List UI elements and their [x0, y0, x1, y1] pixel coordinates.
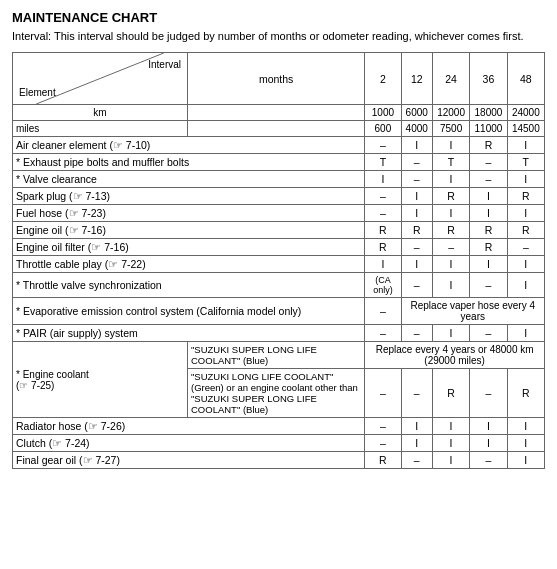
- cell-fuel-2: I: [432, 205, 469, 222]
- row-coolant-label: * Engine coolant(☞ 7-25): [13, 342, 188, 418]
- table-row: * Exhaust pipe bolts and muffler bolts T…: [13, 154, 545, 171]
- cell-air-3: R: [470, 137, 507, 154]
- row-pair: * PAIR (air supply) system: [13, 325, 365, 342]
- row-engine-oil: Engine oil (☞ 7-16): [13, 222, 365, 239]
- col-36-header: 36: [470, 53, 507, 105]
- cell-ofilter-3: R: [470, 239, 507, 256]
- cell-spark-2: R: [432, 188, 469, 205]
- table-row: * Throttle valve synchronization (CA onl…: [13, 273, 545, 298]
- cell-valve-0: I: [365, 171, 401, 188]
- miles-36: 11000: [470, 121, 507, 137]
- table-row: Air cleaner element (☞ 7-10) – I I R I: [13, 137, 545, 154]
- cell-eoil-2: R: [432, 222, 469, 239]
- table-row: Radiator hose (☞ 7-26) – I I I I: [13, 418, 545, 435]
- row-clutch: Clutch (☞ 7-24): [13, 435, 365, 452]
- table-row: Engine oil (☞ 7-16) R R R R R: [13, 222, 545, 239]
- table-row: Engine oil filter (☞ 7-16) R – – R –: [13, 239, 545, 256]
- cell-valve-2: I: [432, 171, 469, 188]
- cell-fg-3: –: [470, 452, 507, 469]
- row-radiator: Radiator hose (☞ 7-26): [13, 418, 365, 435]
- cell-pair-2: I: [432, 325, 469, 342]
- row-oil-filter: Engine oil filter (☞ 7-16): [13, 239, 365, 256]
- row-air-cleaner: Air cleaner element (☞ 7-10): [13, 137, 365, 154]
- cell-pair-4: I: [507, 325, 544, 342]
- cell-ofilter-1: –: [401, 239, 432, 256]
- subtitle: Interval: This interval should be judged…: [12, 29, 545, 44]
- cell-cg-4: R: [507, 369, 544, 418]
- table-row: * PAIR (air supply) system – – I – I: [13, 325, 545, 342]
- cell-rad-2: I: [432, 418, 469, 435]
- row-fuel: Fuel hose (☞ 7-23): [13, 205, 365, 222]
- col-48-header: 48: [507, 53, 544, 105]
- cell-tcable-3: I: [470, 256, 507, 273]
- cell-fuel-1: I: [401, 205, 432, 222]
- cell-clutch-2: I: [432, 435, 469, 452]
- row-evap: * Evaporative emission control system (C…: [13, 298, 365, 325]
- cell-eoil-1: R: [401, 222, 432, 239]
- km-label-cell: km: [13, 105, 188, 121]
- miles-row: miles 600 4000 7500 11000 14500: [13, 121, 545, 137]
- interval-label: Interval: [148, 59, 181, 70]
- table-row: Final gear oil (☞ 7-27) R – I – I: [13, 452, 545, 469]
- cell-evap-0: –: [365, 298, 401, 325]
- cell-ofilter-4: –: [507, 239, 544, 256]
- col-12-header: 12: [401, 53, 432, 105]
- row-throttle-sync: * Throttle valve synchronization: [13, 273, 365, 298]
- cell-tcable-1: I: [401, 256, 432, 273]
- cell-evap-note: Replace vaper hose every 4 years: [401, 298, 544, 325]
- km-row: km 1000 6000 12000 18000 24000: [13, 105, 545, 121]
- cell-clutch-1: I: [401, 435, 432, 452]
- cell-cg-1: –: [401, 369, 432, 418]
- table-row: Throttle cable play (☞ 7-22) I I I I I: [13, 256, 545, 273]
- cell-clutch-0: –: [365, 435, 401, 452]
- cell-tcable-4: I: [507, 256, 544, 273]
- cell-air-1: I: [401, 137, 432, 154]
- cell-rad-4: I: [507, 418, 544, 435]
- cell-fuel-3: I: [470, 205, 507, 222]
- cell-clutch-3: I: [470, 435, 507, 452]
- table-row: * Engine coolant(☞ 7-25) "SUZUKI SUPER L…: [13, 342, 545, 369]
- cell-ex-2: T: [432, 154, 469, 171]
- cell-tsync-0: (CA only): [365, 273, 401, 298]
- cell-tsync-4: I: [507, 273, 544, 298]
- cell-valve-4: I: [507, 171, 544, 188]
- cell-ofilter-0: R: [365, 239, 401, 256]
- cell-rad-0: –: [365, 418, 401, 435]
- page-title: MAINTENANCE CHART: [12, 10, 545, 25]
- table-row: * Valve clearance I – I – I: [13, 171, 545, 188]
- row-valve: * Valve clearance: [13, 171, 365, 188]
- cell-eoil-0: R: [365, 222, 401, 239]
- table-row: Clutch (☞ 7-24) – I I I I: [13, 435, 545, 452]
- km-24: 12000: [432, 105, 469, 121]
- cell-pair-3: –: [470, 325, 507, 342]
- miles-48: 14500: [507, 121, 544, 137]
- cell-cg-2: R: [432, 369, 469, 418]
- cell-spark-4: R: [507, 188, 544, 205]
- cell-valve-3: –: [470, 171, 507, 188]
- cell-ex-1: –: [401, 154, 432, 171]
- row-throttle-cable: Throttle cable play (☞ 7-22): [13, 256, 365, 273]
- row-coolant-blue-sub: "SUZUKI SUPER LONG LIFE COOLANT" (Blue): [188, 342, 365, 369]
- cell-valve-1: –: [401, 171, 432, 188]
- cell-rad-1: I: [401, 418, 432, 435]
- cell-tsync-1: –: [401, 273, 432, 298]
- cell-ofilter-2: –: [432, 239, 469, 256]
- cell-ex-4: T: [507, 154, 544, 171]
- table-row: Fuel hose (☞ 7-23) – I I I I: [13, 205, 545, 222]
- cell-tcable-0: I: [365, 256, 401, 273]
- row-exhaust: * Exhaust pipe bolts and muffler bolts: [13, 154, 365, 171]
- months-header: months: [188, 53, 365, 105]
- cell-spark-1: I: [401, 188, 432, 205]
- cell-fuel-0: –: [365, 205, 401, 222]
- cell-fuel-4: I: [507, 205, 544, 222]
- table-row: Spark plug (☞ 7-13) – I R I R: [13, 188, 545, 205]
- cell-tsync-3: –: [470, 273, 507, 298]
- cell-spark-0: –: [365, 188, 401, 205]
- cell-tcable-2: I: [432, 256, 469, 273]
- cell-fg-0: R: [365, 452, 401, 469]
- miles-label-cell: miles: [13, 121, 188, 137]
- cell-fg-2: I: [432, 452, 469, 469]
- miles-24: 7500: [432, 121, 469, 137]
- coolant-blue-note: Replace every 4 years or 48000 km (29000…: [365, 342, 545, 369]
- header-row: Interval Element months 2 12 24 36 48: [13, 53, 545, 105]
